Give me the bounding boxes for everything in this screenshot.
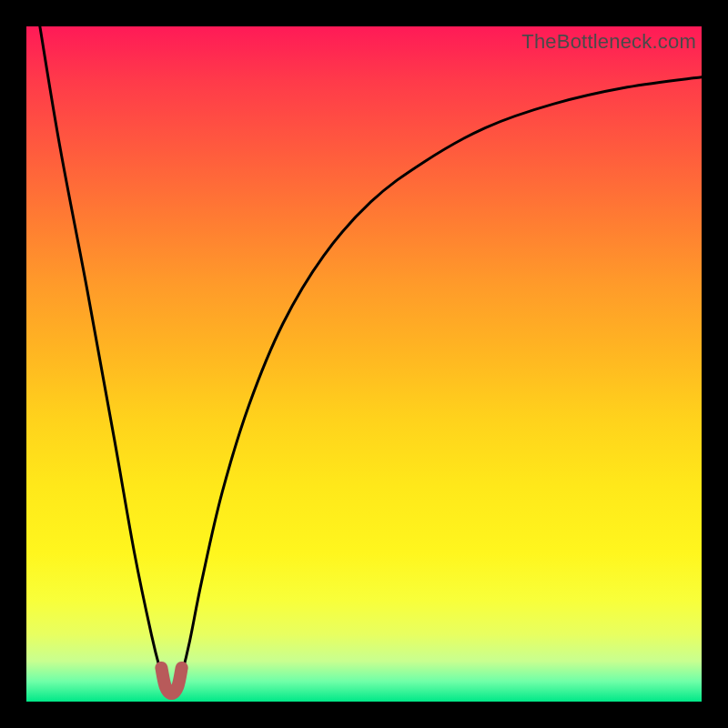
curve-chart — [26, 26, 702, 702]
bottleneck-curve — [40, 26, 702, 695]
optimal-marker — [161, 668, 181, 693]
chart-plot-area: TheBottleneck.com — [26, 26, 702, 702]
